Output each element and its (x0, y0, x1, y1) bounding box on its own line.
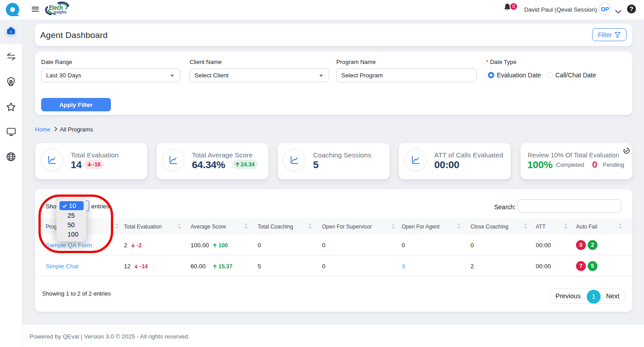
svg-text:Insights: Insights (54, 10, 67, 14)
